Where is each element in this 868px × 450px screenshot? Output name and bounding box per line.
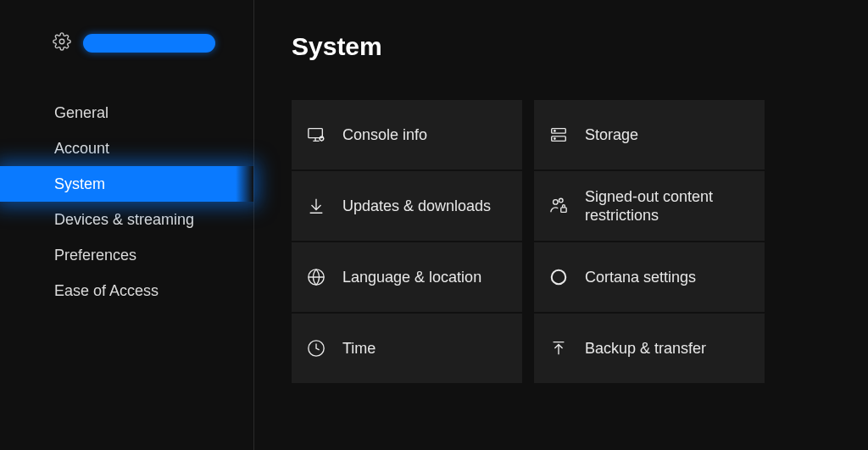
tile-storage[interactable]: Storage [534,100,765,169]
main-panel: System Console info Updates & downloads [254,0,868,450]
sidebar-item-label: General [54,104,108,122]
tile-time[interactable]: Time [292,314,522,383]
gear-icon [53,32,71,54]
svg-point-9 [554,200,559,205]
svg-point-0 [59,39,64,44]
storage-icon [549,125,568,144]
tile-console-info[interactable]: Console info [292,100,522,169]
tile-language-location[interactable]: Language & location [292,242,522,312]
sidebar-item-devices-streaming[interactable]: Devices & streaming [0,202,253,237]
tile-label: Time [342,339,386,358]
sidebar-item-system[interactable]: System [0,166,253,202]
tile-label: Language & location [342,268,492,287]
header-pill [83,34,215,53]
download-icon [307,197,326,215]
tile-label: Cortana settings [585,268,706,287]
sidebar-item-account[interactable]: Account [0,131,253,166]
sidebar-item-ease-of-access[interactable]: Ease of Access [0,273,253,308]
monitor-gear-icon [307,125,326,144]
tile-label: Updates & downloads [342,197,501,216]
svg-rect-1 [309,129,323,138]
tile-column-1: Console info Updates & downloads Languag… [292,100,522,383]
tile-signed-out-content-restrictions[interactable]: Signed-out content restrictions [534,171,765,241]
tile-label: Storage [585,125,648,145]
svg-point-8 [554,138,555,139]
svg-point-7 [554,131,555,131]
sidebar-item-general[interactable]: General [0,95,253,131]
tile-grid: Console info Updates & downloads Languag… [292,100,868,383]
tile-updates-downloads[interactable]: Updates & downloads [292,171,522,241]
tile-label: Backup & transfer [585,339,716,358]
sidebar: General Account System Devices & streami… [0,0,254,450]
people-lock-icon [549,197,568,215]
cortana-icon [549,268,568,286]
tile-label: Console info [342,125,437,145]
sidebar-item-label: Preferences [54,247,136,264]
sidebar-item-label: Ease of Access [54,282,159,300]
sidebar-item-label: System [54,175,105,193]
svg-point-10 [559,198,563,203]
globe-icon [307,268,326,286]
svg-point-12 [552,270,566,285]
sidebar-item-label: Account [54,140,109,158]
sidebar-item-label: Devices & streaming [54,211,194,229]
backup-icon [549,339,568,358]
page-title: System [292,32,868,61]
tile-label: Signed-out content restrictions [585,187,765,225]
tile-backup-transfer[interactable]: Backup & transfer [534,314,765,383]
tile-column-2: Storage Signed-out content restrictions … [534,100,765,383]
sidebar-header [0,32,253,54]
sidebar-list: General Account System Devices & streami… [0,95,253,308]
clock-icon [307,339,326,358]
sidebar-item-preferences[interactable]: Preferences [0,237,253,273]
svg-rect-11 [561,208,566,213]
tile-cortana-settings[interactable]: Cortana settings [534,242,765,312]
